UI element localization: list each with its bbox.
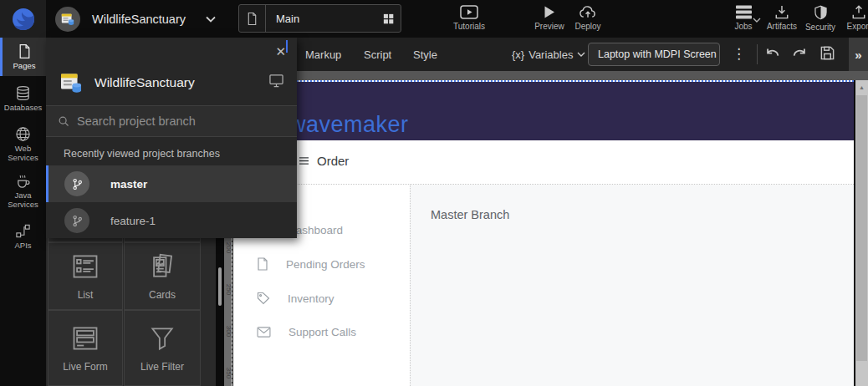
nav-item-pending-orders[interactable]: Pending Orders xyxy=(257,257,365,271)
sidebar-item-java-services[interactable]: JavaServices xyxy=(0,168,46,215)
coffee-icon xyxy=(15,173,31,189)
jobs-button[interactable]: Jobs xyxy=(722,5,764,31)
widget-live-form[interactable]: Live Form xyxy=(48,310,123,386)
grid-icon[interactable] xyxy=(375,13,401,25)
wavemaker-logo[interactable] xyxy=(0,0,46,38)
tab-markup[interactable]: Markup xyxy=(305,38,341,71)
horizontal-ruler xyxy=(216,71,868,80)
nav-item-support-calls[interactable]: Support Calls xyxy=(257,326,356,338)
expand-panel-button[interactable]: » xyxy=(849,38,868,71)
git-branch-icon xyxy=(64,171,89,196)
content-label: Master Branch xyxy=(431,208,509,221)
branch-item-feature-1[interactable]: feature-1 xyxy=(46,202,297,239)
document-icon xyxy=(257,257,268,271)
cloud-upload-icon xyxy=(578,5,598,19)
toolbar-divider xyxy=(757,44,758,64)
page-selector[interactable]: Main xyxy=(238,4,401,33)
redo-icon xyxy=(791,45,808,61)
hamburger-icon xyxy=(299,156,309,165)
project-avatar xyxy=(55,7,80,32)
pages-icon xyxy=(18,43,32,59)
redo-button[interactable] xyxy=(791,45,808,61)
search-icon xyxy=(58,115,69,127)
sidebar-item-apis[interactable]: APIs xyxy=(0,215,46,258)
database-icon xyxy=(15,85,31,101)
tag-icon xyxy=(257,292,270,305)
search-input[interactable] xyxy=(77,114,285,128)
nav-item-inventory[interactable]: Inventory xyxy=(257,292,334,305)
cards-widget-icon xyxy=(147,251,177,282)
canvas-scrollbar-thumb[interactable] xyxy=(856,95,867,361)
popup-project-title: WildlifeSanctuary xyxy=(94,75,195,90)
left-rail: Pages Databases WebServices JavaServices… xyxy=(0,38,46,386)
jobs-icon xyxy=(735,5,753,19)
project-branch-popup: ✕ WildlifeSanctuary Recently viewed proj… xyxy=(46,38,297,238)
monitor-icon[interactable] xyxy=(268,74,284,88)
page-icon xyxy=(239,5,266,32)
globe-icon xyxy=(15,126,31,142)
app-menubar: Order xyxy=(233,140,854,184)
envelope-icon xyxy=(257,327,271,338)
device-selector[interactable]: Laptop with MDPI Screen xyxy=(588,43,720,66)
project-icon xyxy=(60,12,75,27)
menu-item-order[interactable]: Order xyxy=(299,154,349,168)
panel-scrollbar-thumb[interactable] xyxy=(218,267,222,306)
app-content[interactable]: Master Branch xyxy=(410,185,854,386)
branch-search[interactable] xyxy=(46,105,297,137)
widget-list[interactable]: List xyxy=(48,242,123,310)
variables-menu[interactable]: {x} Variables xyxy=(512,38,585,71)
tutorials-button[interactable]: Tutorials xyxy=(448,5,490,31)
save-button[interactable] xyxy=(819,45,835,61)
upload-icon xyxy=(851,5,866,19)
tab-script[interactable]: Script xyxy=(364,38,391,71)
shield-icon xyxy=(814,5,828,20)
scroll-up-button[interactable]: ▲ xyxy=(855,80,868,94)
more-options-button[interactable]: ⋮ xyxy=(732,44,746,64)
artifacts-button[interactable]: Artifacts xyxy=(761,5,803,31)
deploy-button[interactable]: Deploy xyxy=(567,5,609,31)
play-icon xyxy=(543,5,556,19)
project-name: WildlifeSanctuary xyxy=(92,13,186,26)
branch-item-master[interactable]: master xyxy=(46,165,297,202)
app-body: Dashboard Pending Orders Inventory Suppo… xyxy=(233,184,854,386)
project-switcher[interactable]: WildlifeSanctuary xyxy=(55,0,217,38)
editor-toolbar: Markup Script Style {x} Variables Laptop… xyxy=(216,38,868,71)
project-icon xyxy=(59,70,84,95)
page-selector-value: Main xyxy=(266,13,375,25)
live-form-widget-icon xyxy=(70,323,100,353)
canvas-scrollbar[interactable]: ▲ xyxy=(855,80,868,386)
sidebar-item-web-services[interactable]: WebServices xyxy=(0,121,46,168)
security-button[interactable]: Security xyxy=(799,5,841,32)
list-widget-icon xyxy=(70,251,100,282)
project-avatar xyxy=(58,69,84,96)
api-nodes-icon xyxy=(15,223,31,239)
widget-live-filter[interactable]: Live Filter xyxy=(124,310,201,386)
selection-marker xyxy=(286,40,288,53)
funnel-icon xyxy=(147,323,177,353)
undo-icon xyxy=(764,45,781,61)
app-brand: wavemaker xyxy=(289,112,409,138)
save-icon xyxy=(819,45,835,61)
wave-icon xyxy=(10,6,37,33)
git-branch-icon xyxy=(64,208,89,233)
export-button[interactable]: Export xyxy=(838,5,868,31)
sidebar-item-databases[interactable]: Databases xyxy=(0,76,46,121)
variables-prefix: {x} xyxy=(512,48,524,61)
app-header[interactable]: wavemaker xyxy=(233,82,854,140)
chevron-down-icon xyxy=(753,17,761,23)
widget-cards[interactable]: Cards xyxy=(124,242,201,310)
chevron-down-icon xyxy=(204,13,217,26)
preview-button[interactable]: Preview xyxy=(528,5,570,31)
chevron-down-icon xyxy=(577,51,585,58)
design-canvas[interactable]: wavemaker Order Dashboard Pending Orders… xyxy=(233,80,854,386)
video-icon xyxy=(460,5,478,19)
tab-style[interactable]: Style xyxy=(413,38,437,71)
close-icon[interactable]: ✕ xyxy=(275,44,286,59)
download-icon xyxy=(774,5,789,19)
recent-branches-label: Recently viewed project branches xyxy=(64,148,220,160)
top-bar: WildlifeSanctuary Main Tutorials Preview… xyxy=(0,0,868,38)
sidebar-item-pages[interactable]: Pages xyxy=(0,38,46,76)
undo-button[interactable] xyxy=(764,45,781,61)
